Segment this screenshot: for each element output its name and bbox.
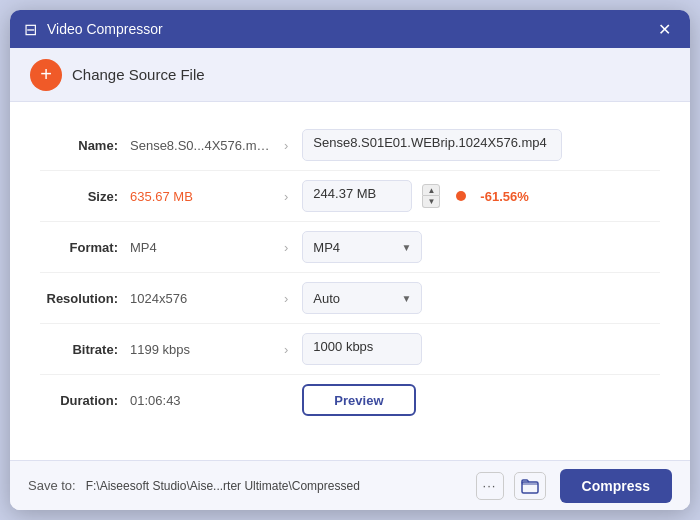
name-row: Name: Sense8.S0...4X576.mp4 › Sense8.S01…	[40, 120, 660, 171]
bitrate-label: Bitrate:	[40, 342, 130, 357]
app-icon: ⊟	[24, 20, 37, 39]
duration-label: Duration:	[40, 393, 130, 408]
window-title: Video Compressor	[47, 21, 652, 37]
bitrate-target-area: 1000 kbps	[302, 333, 660, 365]
size-label: Size:	[40, 189, 130, 204]
save-to-label: Save to:	[28, 478, 76, 493]
main-window: ⊟ Video Compressor ✕ + Change Source Fil…	[10, 10, 690, 510]
size-input[interactable]: 244.37 MB	[302, 180, 412, 212]
resolution-arrow: ›	[284, 291, 288, 306]
resolution-label: Resolution:	[40, 291, 130, 306]
size-spin-down[interactable]: ▼	[422, 196, 440, 208]
preview-button[interactable]: Preview	[302, 384, 415, 416]
bitrate-input[interactable]: 1000 kbps	[302, 333, 422, 365]
resolution-row: Resolution: 1024x576 › Auto ▼	[40, 273, 660, 324]
size-row: Size: 635.67 MB › 244.37 MB ▲ ▼ -61.56%	[40, 171, 660, 222]
format-select-value: MP4	[313, 240, 340, 255]
compress-button[interactable]: Compress	[560, 469, 672, 503]
format-target-area: MP4 ▼	[302, 231, 660, 263]
change-source-button[interactable]: + Change Source File	[30, 59, 205, 91]
size-arrow: ›	[284, 189, 288, 204]
bitrate-source: 1199 kbps	[130, 342, 270, 357]
resolution-select-value: Auto	[313, 291, 340, 306]
footer: Save to: F:\Aiseesoft Studio\Aise...rter…	[10, 460, 690, 510]
toolbar: + Change Source File	[10, 48, 690, 102]
size-percent: -61.56%	[480, 189, 528, 204]
format-select[interactable]: MP4 ▼	[302, 231, 422, 263]
resolution-select[interactable]: Auto ▼	[302, 282, 422, 314]
format-source: MP4	[130, 240, 270, 255]
size-dot	[456, 191, 466, 201]
name-arrow: ›	[284, 138, 288, 153]
size-target-area: 244.37 MB ▲ ▼ -61.56%	[302, 180, 660, 212]
resolution-dropdown-icon: ▼	[401, 293, 411, 304]
size-source: 635.67 MB	[130, 189, 270, 204]
bitrate-arrow: ›	[284, 342, 288, 357]
format-arrow: ›	[284, 240, 288, 255]
titlebar: ⊟ Video Compressor ✕	[10, 10, 690, 48]
open-folder-button[interactable]	[514, 472, 546, 500]
duration-target-area: Preview	[302, 384, 660, 416]
change-source-label: Change Source File	[72, 66, 205, 83]
name-label: Name:	[40, 138, 130, 153]
size-spin-up[interactable]: ▲	[422, 184, 440, 196]
resolution-target-area: Auto ▼	[302, 282, 660, 314]
bitrate-row: Bitrate: 1199 kbps › 1000 kbps	[40, 324, 660, 375]
plus-icon: +	[30, 59, 62, 91]
format-dropdown-icon: ▼	[401, 242, 411, 253]
content-area: Name: Sense8.S0...4X576.mp4 › Sense8.S01…	[10, 102, 690, 460]
save-path: F:\Aiseesoft Studio\Aise...rter Ultimate…	[86, 479, 466, 493]
name-target-area: Sense8.S01E01.WEBrip.1024X576.mp4	[302, 129, 660, 161]
size-spinner[interactable]: ▲ ▼	[422, 184, 440, 208]
format-label: Format:	[40, 240, 130, 255]
resolution-source: 1024x576	[130, 291, 270, 306]
name-source: Sense8.S0...4X576.mp4	[130, 138, 270, 153]
duration-source: 01:06:43	[130, 393, 270, 408]
duration-row: Duration: 01:06:43 › Preview	[40, 375, 660, 425]
format-row: Format: MP4 › MP4 ▼	[40, 222, 660, 273]
close-button[interactable]: ✕	[652, 17, 676, 41]
name-input[interactable]: Sense8.S01E01.WEBrip.1024X576.mp4	[302, 129, 562, 161]
dots-button[interactable]: ···	[476, 472, 504, 500]
